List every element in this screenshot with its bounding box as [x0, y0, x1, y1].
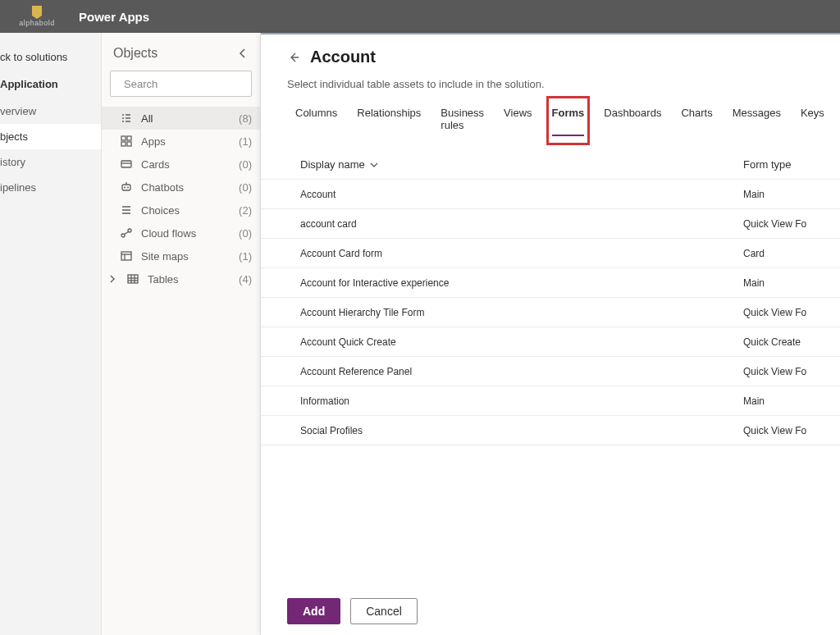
brand-text: alphabold — [19, 19, 55, 27]
cell-display-name: Account Card form — [300, 248, 743, 259]
chevron-right-icon — [107, 275, 118, 283]
object-item-label: Chatbots — [141, 181, 231, 194]
collapse-icon[interactable] — [237, 48, 249, 59]
table-row[interactable]: Account Reference PanelQuick View Fo — [261, 357, 840, 386]
choices-icon — [120, 203, 133, 217]
left-nav: ck to solutions Application verviewbject… — [0, 33, 102, 635]
tab-messages[interactable]: Messages — [733, 102, 781, 139]
table-row[interactable]: AccountMain — [261, 180, 840, 209]
svg-point-9 — [124, 187, 126, 189]
cell-form-type: Quick View Fo — [743, 425, 806, 436]
object-item-count: (8) — [239, 112, 252, 125]
cell-display-name: Account for Interactive experience — [300, 277, 743, 289]
brand-logo-icon — [30, 6, 44, 19]
object-item-tables[interactable]: Tables (4) — [102, 267, 260, 290]
top-bar: alphabold Power Apps — [0, 0, 840, 33]
nav-item-istory[interactable]: istory — [0, 149, 101, 175]
tab-forms[interactable]: Forms — [552, 102, 585, 139]
table-row[interactable]: Account Quick CreateQuick Create — [261, 327, 840, 357]
objects-panel: Objects All (8)Apps (1)Cards (0)Chatbots… — [102, 33, 261, 635]
bot-icon — [120, 180, 133, 194]
objects-title: Objects — [113, 46, 158, 61]
object-item-chatbots[interactable]: Chatbots (0) — [102, 176, 260, 199]
cell-form-type: Main — [743, 395, 765, 407]
object-item-label: Cards — [141, 158, 231, 171]
page-title: Account — [310, 48, 376, 66]
table-row[interactable]: Account Hierarchy Tile FormQuick View Fo — [261, 298, 840, 327]
cell-form-type: Quick View Fo — [743, 366, 806, 377]
list-icon — [120, 112, 133, 125]
table-row[interactable]: Account Card formCard — [261, 239, 840, 268]
object-item-label: All — [141, 112, 231, 125]
grid-icon — [120, 135, 133, 148]
object-item-count: (0) — [239, 181, 252, 194]
object-item-label: Choices — [141, 204, 231, 217]
column-form-type-label: Form type — [743, 158, 792, 171]
object-item-label: Cloud flows — [141, 227, 231, 240]
svg-rect-3 — [127, 136, 131, 140]
object-item-count: (4) — [239, 273, 252, 286]
footer: Add Cancel — [261, 586, 840, 635]
object-item-apps[interactable]: Apps (1) — [102, 130, 260, 153]
cancel-button[interactable]: Cancel — [350, 598, 418, 624]
column-display-name[interactable]: Display name — [300, 158, 743, 171]
tab-views[interactable]: Views — [504, 102, 532, 139]
table-row[interactable]: account cardQuick View Fo — [261, 209, 840, 239]
cell-display-name: Account Hierarchy Tile Form — [300, 307, 743, 318]
object-item-label: Apps — [141, 135, 231, 148]
table-icon — [126, 272, 139, 286]
table-row[interactable]: InformationMain — [261, 386, 840, 416]
svg-rect-4 — [121, 142, 126, 146]
object-item-site-maps[interactable]: Site maps (1) — [102, 244, 260, 267]
svg-rect-2 — [121, 136, 126, 140]
cell-form-type: Quick View Fo — [743, 218, 806, 230]
object-item-count: (0) — [239, 158, 252, 171]
cell-display-name: Social Profiles — [300, 425, 743, 436]
add-button[interactable]: Add — [287, 598, 340, 624]
nav-item-bjects[interactable]: bjects — [0, 124, 101, 149]
svg-point-10 — [127, 187, 129, 189]
object-item-all[interactable]: All (8) — [102, 107, 260, 130]
object-item-count: (1) — [239, 250, 252, 263]
nav-item-verview[interactable]: verview — [0, 98, 101, 124]
cell-display-name: Account — [300, 189, 743, 200]
cell-display-name: Account Reference Panel — [300, 366, 743, 377]
object-item-count: (2) — [239, 204, 252, 217]
object-item-cloud-flows[interactable]: Cloud flows (0) — [102, 222, 260, 244]
tab-business-rules[interactable]: Business rules — [441, 102, 484, 139]
tab-keys[interactable]: Keys — [801, 102, 824, 139]
table-header-row: Display name Form type — [261, 140, 840, 180]
app-title: Power Apps — [79, 10, 149, 24]
svg-rect-5 — [127, 142, 131, 146]
svg-rect-8 — [122, 185, 130, 190]
back-to-solutions-link[interactable]: ck to solutions — [0, 44, 101, 70]
tab-relationships[interactable]: Relationships — [357, 102, 421, 139]
nav-item-ipelines[interactable]: ipelines — [0, 175, 101, 200]
object-item-label: Tables — [148, 273, 231, 286]
cell-form-type: Card — [743, 248, 765, 259]
brand-logo: alphabold — [0, 0, 74, 33]
svg-point-12 — [121, 234, 125, 237]
svg-point-13 — [128, 229, 131, 232]
column-form-type[interactable]: Form type — [743, 158, 792, 171]
tab-columns[interactable]: Columns — [295, 102, 337, 139]
tab-dashboards[interactable]: Dashboards — [604, 102, 661, 139]
search-field[interactable] — [124, 78, 262, 90]
cell-display-name: account card — [300, 218, 743, 230]
column-display-name-label: Display name — [300, 158, 365, 171]
object-item-choices[interactable]: Choices (2) — [102, 199, 260, 222]
svg-rect-6 — [121, 161, 131, 167]
table-row[interactable]: Social ProfilesQuick View Fo — [261, 416, 840, 445]
tab-charts[interactable]: Charts — [681, 102, 712, 139]
main-panel: Account Select individual table assets t… — [261, 33, 840, 635]
cell-form-type: Main — [743, 189, 765, 200]
cell-form-type: Quick Create — [743, 336, 801, 348]
cell-form-type: Quick View Fo — [743, 307, 806, 318]
flow-icon — [120, 226, 133, 240]
back-arrow-icon[interactable] — [287, 51, 300, 64]
search-input[interactable] — [110, 71, 252, 97]
object-item-cards[interactable]: Cards (0) — [102, 153, 260, 176]
cell-display-name: Account Quick Create — [300, 336, 743, 348]
svg-rect-17 — [128, 275, 138, 283]
table-row[interactable]: Account for Interactive experienceMain — [261, 268, 840, 298]
